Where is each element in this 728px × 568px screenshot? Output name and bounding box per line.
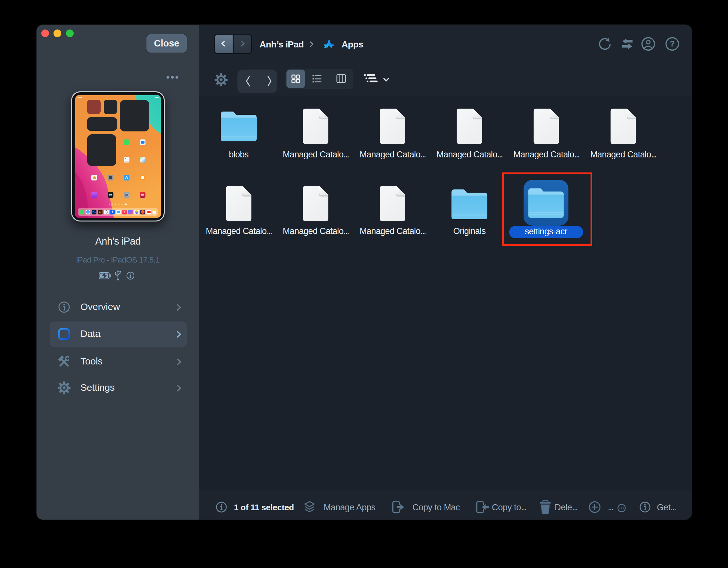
svg-text:?: ? — [670, 39, 674, 48]
